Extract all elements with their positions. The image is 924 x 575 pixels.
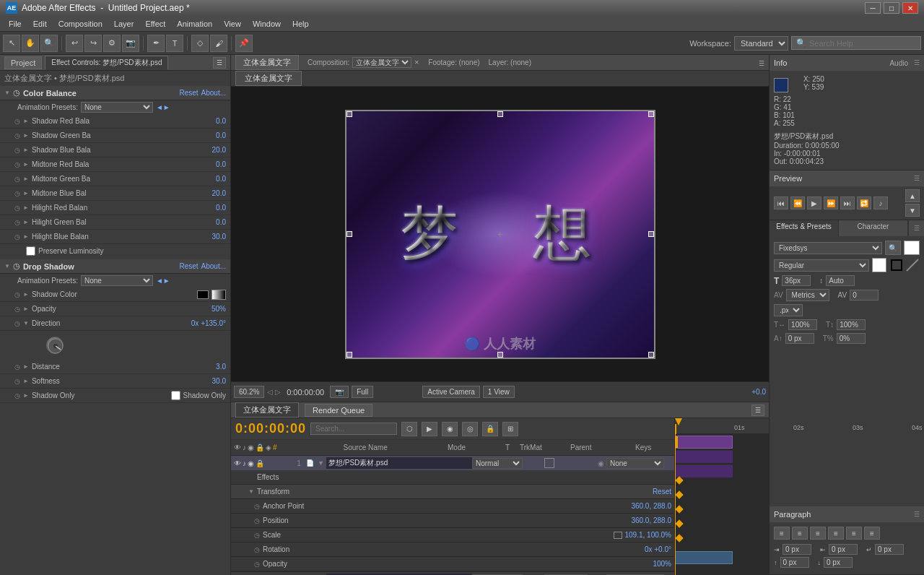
tl-search-input[interactable] <box>310 423 397 435</box>
corner-handle-br[interactable] <box>648 352 654 358</box>
tool-text[interactable]: T <box>166 35 183 52</box>
tool-camera[interactable]: 📷 <box>122 35 139 52</box>
para-space2-input[interactable] <box>824 557 853 568</box>
scale-link-icon[interactable] <box>614 532 622 539</box>
project-tab[interactable]: Project <box>4 56 42 69</box>
mg-expand[interactable]: ► <box>23 176 29 182</box>
side-handle-right[interactable] <box>648 231 654 237</box>
corner-handle-bl[interactable] <box>346 352 352 358</box>
sc-expand[interactable]: ► <box>23 291 29 298</box>
menu-edit[interactable]: Edit <box>27 18 53 30</box>
tool-shape[interactable]: ◇ <box>191 35 209 52</box>
shadow-only-checkbox[interactable] <box>171 391 180 400</box>
direction-dial[interactable] <box>46 337 64 354</box>
font-leading-input[interactable] <box>826 275 855 286</box>
info-menu-icon[interactable]: ☰ <box>914 59 920 66</box>
preview-up-btn[interactable]: ▲ <box>905 189 920 202</box>
tool-puppet[interactable]: 📌 <box>235 35 253 52</box>
dir-expand[interactable]: ▼ <box>23 320 29 327</box>
stroke-toggle-icon[interactable] <box>905 258 920 272</box>
tl-layer-2-row[interactable]: 👁 ♪ ◉ 🔒 2 📄 ► Layer 1...素材 <box>231 572 674 575</box>
menu-window[interactable]: Window <box>247 18 287 30</box>
comp-timecode[interactable]: 0:00:00:00 <box>284 387 327 397</box>
effect-controls-tab[interactable]: Effect Controls: 梦想/PSD素材.psd <box>45 56 168 70</box>
ep-menu-icon[interactable]: ☰ <box>908 220 924 236</box>
workspace-select[interactable]: Standard <box>734 36 788 51</box>
font-size-input[interactable] <box>782 275 811 286</box>
anchor-stopwatch[interactable]: ◷ <box>254 503 260 510</box>
so-expand[interactable]: ► <box>23 392 29 399</box>
menu-view[interactable]: View <box>218 18 247 30</box>
tl-l1-mode-select[interactable]: Normal <box>472 458 523 469</box>
timeline-tab2[interactable]: Render Queue <box>305 404 372 417</box>
preview-last-btn[interactable]: ⏭ <box>840 196 855 209</box>
tl-l1-parent-select[interactable]: None <box>606 458 664 469</box>
tl-l1-transform-header[interactable]: ▼ Transform Reset <box>231 485 674 499</box>
font-style-select[interactable]: Regular <box>774 259 869 272</box>
color-balance-header[interactable]: ▼ ◷ Color Balance Reset About... <box>0 86 230 100</box>
units-select[interactable]: .px <box>774 304 803 316</box>
tl-layer-1-row[interactable]: 👁 ♪ ◉ 🔒 1 📄 ▼ 梦想/PSD素材.psd <box>231 456 674 470</box>
hr-stopwatch[interactable]: ◷ <box>14 204 20 212</box>
tl-graph[interactable] <box>675 434 769 575</box>
para-align-left[interactable]: ≡ <box>774 527 790 540</box>
comp-name-tab[interactable]: 立体金属文字 <box>235 71 302 86</box>
comp-close-icon[interactable]: ✕ <box>414 59 419 66</box>
scale-stopwatch[interactable]: ◷ <box>254 532 260 539</box>
ds-about-link[interactable]: About... <box>201 262 226 270</box>
sc-stopwatch[interactable]: ◷ <box>14 291 20 298</box>
tool-paint[interactable]: 🖌 <box>210 35 227 52</box>
opacity-stopwatch[interactable]: ◷ <box>254 561 260 568</box>
preview-down-btn[interactable]: ▼ <box>905 204 920 217</box>
ds-reset-link[interactable]: Reset <box>179 262 198 270</box>
tsz-input[interactable] <box>788 319 817 330</box>
shadow-color-gradient[interactable] <box>212 290 226 300</box>
side-handle-left[interactable] <box>346 231 352 237</box>
para-align-center[interactable]: ≡ <box>792 527 808 540</box>
tl-l1-name[interactable]: 梦想/PSD素材.psd <box>326 457 472 469</box>
sg-expand[interactable]: ► <box>23 132 29 139</box>
para-align-justify2[interactable]: ≡ <box>846 527 862 540</box>
para-align-justify3[interactable]: ≡ <box>864 527 880 540</box>
para-indent3-input[interactable] <box>875 544 904 555</box>
lsz-input[interactable] <box>837 319 866 330</box>
menu-effect[interactable]: Effect <box>139 18 171 30</box>
sg-stopwatch[interactable]: ◷ <box>14 132 20 139</box>
op-expand[interactable]: ► <box>23 306 29 312</box>
ep-effects-tab[interactable]: Effects & Presets <box>770 220 839 236</box>
side-handle-bottom[interactable] <box>497 352 503 358</box>
menu-file[interactable]: File <box>3 18 27 30</box>
paragraph-menu-icon[interactable]: ☰ <box>914 511 920 518</box>
comp-view-btn[interactable]: 1 View <box>483 386 515 398</box>
ds-anim-presets-select[interactable]: None <box>81 275 153 286</box>
tsb-input[interactable] <box>837 333 866 344</box>
menu-composition[interactable]: Composition <box>53 18 108 30</box>
tl-l1-vis-icon[interactable]: 👁 <box>234 459 241 467</box>
tl-menu-btn[interactable]: ☰ <box>751 405 764 416</box>
tl-draft-btn[interactable]: ◉ <box>442 422 458 436</box>
dir-stopwatch[interactable]: ◷ <box>14 320 20 327</box>
cb-presets-nav-left[interactable]: ◄ <box>156 103 163 111</box>
ds-presets-nav-left[interactable]: ◄ <box>156 277 163 285</box>
preserve-lum-checkbox[interactable] <box>26 246 35 256</box>
timeline-tab1[interactable]: 立体金属文字 <box>235 402 299 418</box>
tl-l1-effects-row[interactable]: Effects <box>231 470 674 485</box>
close-button[interactable]: ✕ <box>902 2 918 14</box>
tl-lock-btn[interactable]: 🔒 <box>482 422 498 436</box>
sb-expand[interactable]: ► <box>23 147 29 153</box>
comp-quality-btn[interactable]: Full <box>352 386 373 398</box>
tool-hand[interactable]: ✋ <box>22 35 39 52</box>
cb-anim-presets-select[interactable]: None <box>81 102 153 113</box>
mg-stopwatch[interactable]: ◷ <box>14 176 20 183</box>
info-audio-tab[interactable]: Audio <box>889 59 908 67</box>
tool-settings[interactable]: ⚙ <box>103 35 121 52</box>
baseline-input[interactable] <box>785 333 814 344</box>
side-handle-top[interactable] <box>497 111 503 117</box>
corner-handle-tl[interactable] <box>346 111 352 117</box>
so-stopwatch[interactable]: ◷ <box>14 392 20 399</box>
preview-next-btn[interactable]: ⏩ <box>824 196 838 209</box>
ds-presets-nav-right[interactable]: ► <box>163 277 170 285</box>
font-color-preview[interactable] <box>904 241 920 255</box>
para-indent1-input[interactable] <box>783 544 811 555</box>
hb-expand[interactable]: ► <box>23 233 29 240</box>
